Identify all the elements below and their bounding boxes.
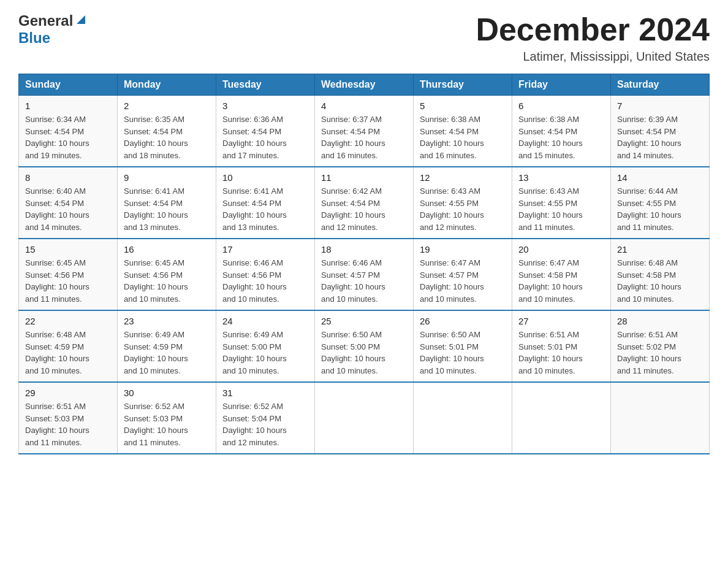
day-cell: 13 Sunrise: 6:43 AM Sunset: 4:55 PM Dayl… — [512, 167, 611, 239]
day-info: Sunrise: 6:49 AM Sunset: 4:59 PM Dayligh… — [124, 329, 210, 377]
week-row-3: 15 Sunrise: 6:45 AM Sunset: 4:56 PM Dayl… — [19, 239, 710, 310]
day-number: 19 — [420, 244, 506, 255]
day-cell — [315, 382, 414, 454]
day-info: Sunrise: 6:52 AM Sunset: 5:04 PM Dayligh… — [222, 400, 308, 448]
day-cell: 29 Sunrise: 6:51 AM Sunset: 5:03 PM Dayl… — [19, 382, 118, 454]
day-info: Sunrise: 6:43 AM Sunset: 4:55 PM Dayligh… — [420, 185, 506, 233]
day-number: 26 — [420, 316, 506, 326]
week-row-2: 8 Sunrise: 6:40 AM Sunset: 4:54 PM Dayli… — [19, 167, 710, 239]
calendar-header: SundayMondayTuesdayWednesdayThursdayFrid… — [19, 74, 710, 96]
day-info: Sunrise: 6:48 AM Sunset: 4:59 PM Dayligh… — [25, 329, 111, 377]
day-cell: 2 Sunrise: 6:35 AM Sunset: 4:54 PM Dayli… — [118, 96, 216, 167]
logo-general-text: General — [18, 12, 73, 29]
day-cell: 19 Sunrise: 6:47 AM Sunset: 4:57 PM Dayl… — [414, 239, 512, 310]
day-number: 21 — [617, 244, 703, 255]
header-cell-wednesday: Wednesday — [315, 74, 414, 96]
day-cell: 20 Sunrise: 6:47 AM Sunset: 4:58 PM Dayl… — [512, 239, 611, 310]
header-cell-friday: Friday — [512, 74, 611, 96]
day-number: 29 — [25, 388, 111, 398]
day-cell: 17 Sunrise: 6:46 AM Sunset: 4:56 PM Dayl… — [216, 239, 315, 310]
week-row-4: 22 Sunrise: 6:48 AM Sunset: 4:59 PM Dayl… — [19, 310, 710, 382]
day-cell: 21 Sunrise: 6:48 AM Sunset: 4:58 PM Dayl… — [611, 239, 710, 310]
day-cell: 3 Sunrise: 6:36 AM Sunset: 4:54 PM Dayli… — [216, 96, 315, 167]
week-row-5: 29 Sunrise: 6:51 AM Sunset: 5:03 PM Dayl… — [19, 382, 710, 454]
day-info: Sunrise: 6:50 AM Sunset: 5:01 PM Dayligh… — [420, 329, 506, 377]
day-number: 14 — [617, 172, 703, 183]
day-number: 1 — [25, 101, 111, 111]
day-info: Sunrise: 6:48 AM Sunset: 4:58 PM Dayligh… — [617, 257, 703, 305]
day-cell: 14 Sunrise: 6:44 AM Sunset: 4:55 PM Dayl… — [611, 167, 710, 239]
day-cell: 10 Sunrise: 6:41 AM Sunset: 4:54 PM Dayl… — [216, 167, 315, 239]
day-cell: 27 Sunrise: 6:51 AM Sunset: 5:01 PM Dayl… — [512, 310, 611, 382]
header-cell-thursday: Thursday — [414, 74, 512, 96]
day-cell — [611, 382, 710, 454]
day-cell: 18 Sunrise: 6:46 AM Sunset: 4:57 PM Dayl… — [315, 239, 414, 310]
header-cell-saturday: Saturday — [611, 74, 710, 96]
day-number: 17 — [222, 244, 308, 255]
calendar-body: 1 Sunrise: 6:34 AM Sunset: 4:54 PM Dayli… — [19, 96, 710, 454]
day-number: 28 — [617, 316, 703, 326]
day-cell: 15 Sunrise: 6:45 AM Sunset: 4:56 PM Dayl… — [19, 239, 118, 310]
day-cell: 12 Sunrise: 6:43 AM Sunset: 4:55 PM Dayl… — [414, 167, 512, 239]
location-subtitle: Latimer, Mississippi, United States — [476, 50, 710, 64]
header-cell-tuesday: Tuesday — [216, 74, 315, 96]
day-info: Sunrise: 6:41 AM Sunset: 4:54 PM Dayligh… — [124, 185, 210, 233]
day-cell: 26 Sunrise: 6:50 AM Sunset: 5:01 PM Dayl… — [414, 310, 512, 382]
day-number: 10 — [222, 172, 308, 183]
day-cell: 6 Sunrise: 6:38 AM Sunset: 4:54 PM Dayli… — [512, 96, 611, 167]
day-info: Sunrise: 6:51 AM Sunset: 5:02 PM Dayligh… — [617, 329, 703, 377]
day-info: Sunrise: 6:39 AM Sunset: 4:54 PM Dayligh… — [617, 113, 703, 161]
header-cell-monday: Monday — [118, 74, 216, 96]
day-number: 24 — [222, 316, 308, 326]
day-number: 31 — [222, 388, 308, 398]
day-number: 2 — [124, 101, 210, 111]
day-cell: 5 Sunrise: 6:38 AM Sunset: 4:54 PM Dayli… — [414, 96, 512, 167]
day-cell: 11 Sunrise: 6:42 AM Sunset: 4:54 PM Dayl… — [315, 167, 414, 239]
calendar-table: SundayMondayTuesdayWednesdayThursdayFrid… — [18, 74, 710, 454]
day-cell: 22 Sunrise: 6:48 AM Sunset: 4:59 PM Dayl… — [19, 310, 118, 382]
day-info: Sunrise: 6:45 AM Sunset: 4:56 PM Dayligh… — [124, 257, 210, 305]
day-cell: 28 Sunrise: 6:51 AM Sunset: 5:02 PM Dayl… — [611, 310, 710, 382]
day-cell: 25 Sunrise: 6:50 AM Sunset: 5:00 PM Dayl… — [315, 310, 414, 382]
day-info: Sunrise: 6:45 AM Sunset: 4:56 PM Dayligh… — [25, 257, 111, 305]
day-cell: 7 Sunrise: 6:39 AM Sunset: 4:54 PM Dayli… — [611, 96, 710, 167]
day-number: 25 — [321, 316, 407, 326]
day-cell: 24 Sunrise: 6:49 AM Sunset: 5:00 PM Dayl… — [216, 310, 315, 382]
day-info: Sunrise: 6:47 AM Sunset: 4:58 PM Dayligh… — [518, 257, 604, 305]
week-row-1: 1 Sunrise: 6:34 AM Sunset: 4:54 PM Dayli… — [19, 96, 710, 167]
day-number: 20 — [518, 244, 604, 255]
day-cell: 4 Sunrise: 6:37 AM Sunset: 4:54 PM Dayli… — [315, 96, 414, 167]
day-info: Sunrise: 6:52 AM Sunset: 5:03 PM Dayligh… — [124, 400, 210, 448]
day-cell: 8 Sunrise: 6:40 AM Sunset: 4:54 PM Dayli… — [19, 167, 118, 239]
day-info: Sunrise: 6:40 AM Sunset: 4:54 PM Dayligh… — [25, 185, 111, 233]
day-number: 5 — [420, 101, 506, 111]
day-info: Sunrise: 6:38 AM Sunset: 4:54 PM Dayligh… — [518, 113, 604, 161]
day-info: Sunrise: 6:38 AM Sunset: 4:54 PM Dayligh… — [420, 113, 506, 161]
day-info: Sunrise: 6:49 AM Sunset: 5:00 PM Dayligh… — [222, 329, 308, 377]
day-info: Sunrise: 6:34 AM Sunset: 4:54 PM Dayligh… — [25, 113, 111, 161]
day-cell: 16 Sunrise: 6:45 AM Sunset: 4:56 PM Dayl… — [118, 239, 216, 310]
day-info: Sunrise: 6:35 AM Sunset: 4:54 PM Dayligh… — [124, 113, 210, 161]
logo-triangle-icon — [74, 13, 88, 26]
day-cell: 9 Sunrise: 6:41 AM Sunset: 4:54 PM Dayli… — [118, 167, 216, 239]
day-info: Sunrise: 6:43 AM Sunset: 4:55 PM Dayligh… — [518, 185, 604, 233]
logo: General Blue — [18, 12, 88, 47]
header-cell-sunday: Sunday — [19, 74, 118, 96]
page-header: General Blue December 2024 Latimer, Miss… — [18, 12, 710, 64]
month-title: December 2024 — [476, 12, 710, 47]
day-info: Sunrise: 6:51 AM Sunset: 5:03 PM Dayligh… — [25, 400, 111, 448]
day-cell: 30 Sunrise: 6:52 AM Sunset: 5:03 PM Dayl… — [118, 382, 216, 454]
day-number: 8 — [25, 172, 111, 183]
day-number: 11 — [321, 172, 407, 183]
day-number: 27 — [518, 316, 604, 326]
day-number: 30 — [124, 388, 210, 398]
day-info: Sunrise: 6:42 AM Sunset: 4:54 PM Dayligh… — [321, 185, 407, 233]
day-number: 22 — [25, 316, 111, 326]
day-number: 4 — [321, 101, 407, 111]
day-number: 13 — [518, 172, 604, 183]
day-info: Sunrise: 6:47 AM Sunset: 4:57 PM Dayligh… — [420, 257, 506, 305]
day-number: 6 — [518, 101, 604, 111]
title-block: December 2024 Latimer, Mississippi, Unit… — [476, 12, 710, 64]
day-cell — [414, 382, 512, 454]
day-cell: 1 Sunrise: 6:34 AM Sunset: 4:54 PM Dayli… — [19, 96, 118, 167]
